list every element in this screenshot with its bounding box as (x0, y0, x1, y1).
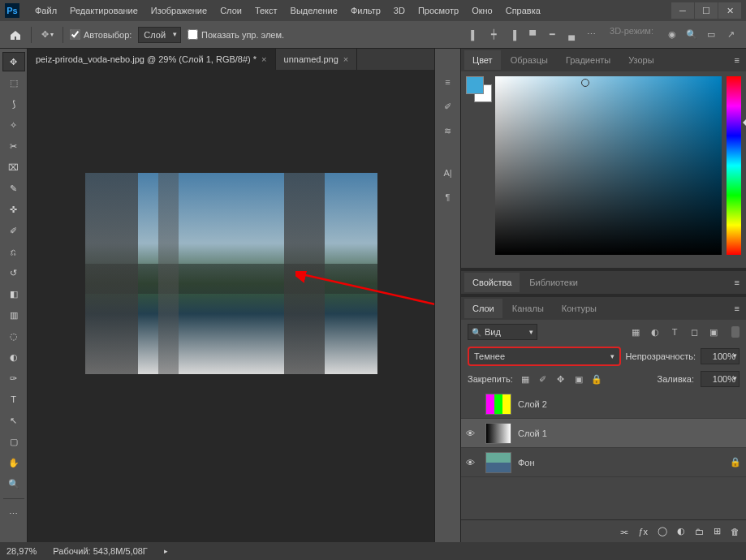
color-picker-field[interactable] (495, 76, 722, 255)
menu-filter[interactable]: Фильтр (345, 2, 386, 19)
lock-position-icon[interactable]: ✥ (555, 374, 567, 385)
menu-view[interactable]: Просмотр (412, 2, 464, 19)
align-right-icon[interactable]: ▐ (504, 26, 522, 44)
distribute-icon[interactable]: ⋯ (582, 26, 600, 44)
edit-toolbar[interactable]: ⋯ (2, 504, 25, 523)
opacity-field[interactable]: 100% (701, 348, 740, 364)
panel-menu-icon[interactable]: ≡ (728, 300, 746, 317)
fill-field[interactable]: 100% (701, 371, 740, 387)
zoom-level[interactable]: 28,97% (6, 546, 37, 556)
pen-tool[interactable]: ✑ (2, 368, 25, 388)
hand-tool[interactable]: ✋ (2, 453, 25, 472)
lasso-tool[interactable]: ⟆ (2, 94, 25, 114)
tab-gradients[interactable]: Градиенты (558, 50, 619, 70)
character-panel-icon[interactable]: A| (439, 164, 457, 182)
layer-mask-icon[interactable]: ◯ (658, 526, 667, 536)
autoselect-dropdown[interactable]: Слой (138, 27, 181, 43)
align-bottom-icon[interactable]: ▄ (563, 26, 580, 44)
menu-layers[interactable]: Слои (214, 2, 248, 19)
group-icon[interactable]: 🗀 (695, 527, 704, 536)
tab-color[interactable]: Цвет (464, 50, 501, 70)
show-controls-checkbox[interactable]: Показать упр. элем. (188, 29, 284, 40)
doc-info[interactable]: Рабочий: 543,8M/5,08Г (53, 546, 148, 556)
menu-select[interactable]: Выделение (285, 2, 343, 19)
gradient-tool[interactable]: ▥ (2, 305, 25, 325)
blur-tool[interactable]: ◌ (2, 326, 25, 346)
heal-tool[interactable]: ✜ (2, 200, 25, 219)
layer-thumbnail[interactable] (485, 423, 511, 444)
document-tab-2[interactable]: unnamed.png × (276, 49, 358, 70)
history-panel-icon[interactable]: ≡ (439, 73, 457, 91)
maximize-button[interactable]: ☐ (695, 2, 718, 19)
frame-tool[interactable]: ⌧ (2, 157, 25, 177)
path-tool[interactable]: ↖ (2, 411, 25, 430)
delete-layer-icon[interactable]: 🗑 (731, 527, 740, 536)
share-icon[interactable]: ↗ (722, 26, 740, 44)
menu-window[interactable]: Окно (466, 2, 498, 19)
fg-bg-swatches[interactable] (466, 76, 490, 101)
layer-fx-icon[interactable]: ƒx (638, 527, 648, 536)
history-brush-tool[interactable]: ↺ (2, 263, 25, 282)
tab-swatches[interactable]: Образцы (502, 50, 556, 70)
minimize-button[interactable]: ─ (671, 2, 694, 19)
layer-name[interactable]: Слой 2 (518, 399, 547, 409)
tab-patterns[interactable]: Узоры (620, 50, 662, 70)
menu-help[interactable]: Справка (500, 2, 546, 19)
move-tool[interactable]: ✥ (2, 52, 25, 71)
layer-thumbnail[interactable] (485, 452, 511, 473)
new-layer-icon[interactable]: ⊞ (714, 526, 721, 536)
tab-libraries[interactable]: Библиотеки (521, 273, 586, 292)
crop-tool[interactable]: ✂ (2, 136, 25, 156)
eraser-tool[interactable]: ◧ (2, 284, 25, 304)
adjustment-layer-icon[interactable]: ◐ (677, 526, 685, 536)
paragraph-panel-icon[interactable]: ¶ (439, 188, 457, 206)
filter-toggle[interactable] (731, 326, 740, 338)
lock-pixels-icon[interactable]: ▦ (520, 374, 531, 385)
workspace-icon[interactable]: ▭ (702, 26, 720, 44)
foreground-color-swatch[interactable] (466, 76, 484, 94)
shape-tool[interactable]: ▢ (2, 432, 25, 451)
menu-image[interactable]: Изображение (145, 2, 213, 19)
menu-3d[interactable]: 3D (388, 2, 411, 19)
visibility-toggle[interactable]: 👁 (466, 429, 479, 438)
search-icon[interactable]: 🔍 (683, 26, 701, 44)
canvas[interactable] (28, 70, 434, 542)
lock-artboard-icon[interactable]: ▣ (573, 374, 584, 385)
tab-properties[interactable]: Свойства (464, 273, 520, 292)
lock-brush-icon[interactable]: ✐ (537, 374, 549, 385)
align-center-h-icon[interactable]: ┿ (485, 26, 502, 44)
marquee-tool[interactable]: ⬚ (2, 73, 25, 93)
panel-menu-icon[interactable]: ≡ (728, 274, 746, 291)
close-button[interactable]: ✕ (718, 2, 741, 19)
blend-mode-dropdown[interactable]: Темнее (468, 347, 621, 366)
dodge-tool[interactable]: ◐ (2, 347, 25, 367)
zoom-tool[interactable]: 🔍 (2, 474, 25, 493)
layer-item[interactable]: Слой 2 (461, 390, 746, 419)
layer-item[interactable]: 👁 Фон 🔒 (461, 448, 746, 477)
autoselect-checkbox[interactable]: Автовыбор: (70, 29, 132, 40)
layer-name[interactable]: Слой 1 (518, 429, 547, 438)
link-layers-icon[interactable]: ⫘ (619, 527, 628, 536)
type-tool[interactable]: T (2, 390, 25, 409)
align-middle-icon[interactable]: ━ (543, 26, 561, 44)
filter-smart-icon[interactable]: ▣ (707, 327, 720, 338)
move-tool-icon[interactable]: ✥▾ (38, 26, 56, 44)
home-button[interactable] (6, 26, 24, 44)
panel-menu-icon[interactable]: ≡ (728, 52, 746, 68)
menu-file[interactable]: Файл (29, 2, 63, 19)
lock-all-icon[interactable]: 🔒 (591, 374, 602, 385)
filter-type-icon[interactable]: T (668, 327, 681, 338)
align-top-icon[interactable]: ▀ (524, 26, 541, 44)
align-left-icon[interactable]: ▌ (465, 26, 483, 44)
hue-slider[interactable] (727, 76, 741, 255)
layer-name[interactable]: Фон (518, 458, 535, 467)
eyedropper-tool[interactable]: ✎ (2, 179, 25, 198)
menu-text[interactable]: Текст (249, 2, 283, 19)
layer-thumbnail[interactable] (485, 394, 511, 415)
tab-layers[interactable]: Слои (464, 299, 502, 318)
magic-wand-tool[interactable]: ✧ (2, 115, 25, 135)
document-tab-1[interactable]: peiz-priroda_voda-nebo.jpg @ 29% (Слой 1… (28, 49, 276, 70)
close-tab-icon[interactable]: × (261, 54, 266, 64)
tab-paths[interactable]: Контуры (554, 299, 605, 318)
layer-item[interactable]: 👁 Слой 1 (461, 419, 746, 448)
